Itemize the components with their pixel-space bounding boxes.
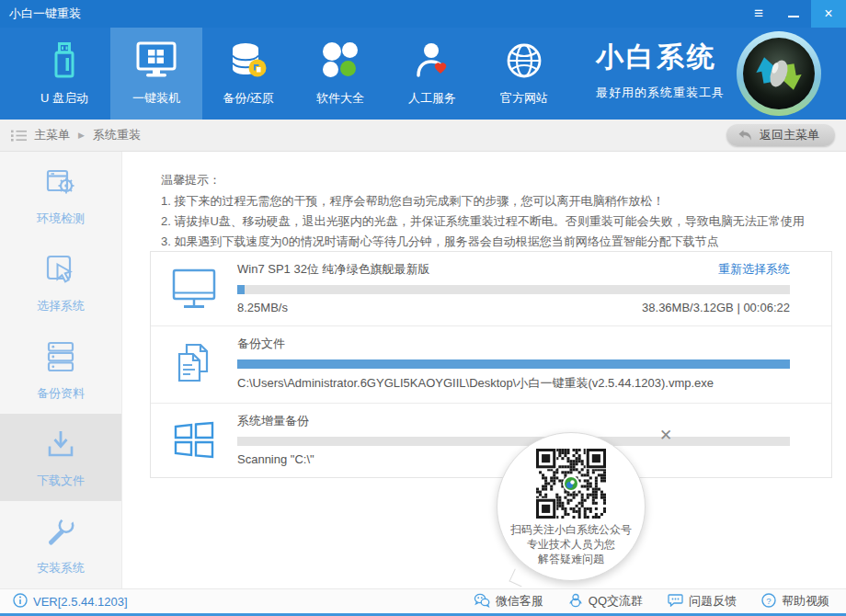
- brand-name: 小白系统: [596, 39, 725, 76]
- qr-text-line-3: 解答疑难问题: [510, 552, 632, 566]
- menu-icon[interactable]: ≡: [741, 0, 776, 28]
- back-to-main-menu-button[interactable]: 返回主菜单: [726, 124, 835, 146]
- breadcrumb-current: 系统重装: [93, 127, 141, 143]
- back-button-label: 返回主菜单: [760, 127, 819, 143]
- footer-link-label: 微信客服: [496, 593, 543, 610]
- qr-code-image: [536, 449, 606, 519]
- version-info: VER[2.5.44.1203]: [13, 593, 128, 610]
- footer-link-label: 帮助视频: [782, 593, 829, 610]
- tips-block: 温馨提示： 1. 接下来的过程无需您的干预，程序会帮助您自动完成剩下的步骤，您可…: [122, 152, 846, 252]
- documents-icon: [151, 326, 237, 403]
- info-icon: [13, 593, 28, 610]
- nav-item-label: 一键装机: [132, 90, 180, 107]
- wechat-support-link[interactable]: 微信客服: [474, 593, 543, 610]
- feedback-link[interactable]: 问题反馈: [668, 593, 737, 610]
- main-content: 温馨提示： 1. 接下来的过程无需您的干预，程序会帮助您自动完成剩下的步骤，您可…: [122, 152, 846, 588]
- incremental-title: 系统增量备份: [237, 413, 309, 429]
- window-controls: ≡ ×: [741, 0, 846, 28]
- incremental-backup-section: 系统增量备份 Scanning "C:\": [151, 404, 831, 477]
- nav-item-label: 软件大全: [316, 90, 364, 107]
- back-arrow-icon: [737, 129, 753, 143]
- tip-line-3: 3. 如果遇到下载速度为0的情况时请耐心等待几分钟，服务器会自动根据您当前网络位…: [161, 232, 828, 252]
- list-icon: [11, 130, 27, 142]
- sidebar-item-download-files[interactable]: 下载文件: [0, 414, 121, 501]
- tips-title: 温馨提示：: [161, 170, 828, 190]
- footer-links: 微信客服 QQ交流群 问题反馈 ? 帮助视频: [474, 593, 829, 610]
- download-progress-bar: [237, 285, 790, 294]
- download-progress-text: 38.36MB/3.12GB | 00:06:22: [642, 301, 790, 314]
- windows-logo-icon: [151, 404, 237, 477]
- sidebar-item-backup-data[interactable]: 备份资料: [0, 326, 121, 414]
- usb-icon: [46, 40, 83, 84]
- backup-file-path: C:\Users\Administrator.6GYGLI5KAOYGIIL\D…: [237, 375, 790, 392]
- database-icon: [227, 40, 269, 84]
- wrench-icon: [43, 514, 78, 552]
- download-title: Win7 SP1 32位 纯净绿色旗舰最新版: [237, 261, 430, 278]
- nav-item-usb-boot[interactable]: U 盘启动: [18, 28, 110, 120]
- person-heart-icon: [412, 40, 452, 84]
- sidebar-item-label: 备份资料: [37, 385, 85, 402]
- sidebar-item-label: 安装系统: [37, 560, 85, 576]
- qr-popup-bubble: 扫码关注小白系统公众号 专业技术人员为您 解答疑难问题: [497, 432, 646, 581]
- window-title: 小白一键重装: [9, 6, 81, 22]
- backup-progress-bar: [237, 359, 790, 369]
- monitor-outline-icon: [151, 252, 237, 325]
- sidebar-item-install-system[interactable]: 安装系统: [0, 501, 121, 588]
- download-speed: 8.25MB/s: [237, 301, 288, 314]
- qr-text-line-2: 专业技术人员为您: [510, 537, 632, 552]
- close-icon[interactable]: ×: [811, 0, 846, 28]
- nav-item-label: 人工服务: [408, 90, 456, 107]
- minimize-icon[interactable]: [776, 0, 811, 28]
- download-section: Win7 SP1 32位 纯净绿色旗舰最新版 重新选择系统 8.25MB/s 3…: [151, 252, 831, 326]
- backup-section: 备份文件 C:\Users\Administrator.6GYGLI5KAOYG…: [151, 326, 831, 404]
- footer-link-label: 问题反馈: [689, 593, 737, 610]
- tip-line-1: 1. 接下来的过程无需您的干预，程序会帮助您自动完成剩下的步骤，您可以离开电脑稍…: [161, 191, 828, 211]
- reselect-system-link[interactable]: 重新选择系统: [718, 261, 790, 278]
- sidebar-item-label: 选择系统: [37, 298, 85, 314]
- sidebar-item-env-detect[interactable]: 环境检测: [0, 152, 121, 239]
- sidebar-item-label: 环境检测: [37, 211, 85, 227]
- help-video-link[interactable]: ? 帮助视频: [761, 593, 829, 610]
- breadcrumb-arrow-icon: ▶: [78, 131, 85, 140]
- sidebar-item-label: 下载文件: [37, 473, 85, 489]
- brand-logo-icon: [735, 29, 823, 121]
- breadcrumb-bar: 主菜单 ▶ 系统重装 返回主菜单: [0, 120, 846, 152]
- nav-item-label: U 盘启动: [40, 90, 88, 107]
- nav-item-one-key-install[interactable]: 一键装机: [110, 28, 202, 120]
- select-system-icon: [43, 252, 78, 290]
- qr-text-line-1: 扫码关注小白系统公众号: [510, 522, 632, 537]
- help-icon: ?: [761, 593, 776, 610]
- breadcrumb-root[interactable]: 主菜单: [34, 127, 70, 143]
- monitor-icon: [135, 40, 177, 84]
- qr-popup: ✕ 扫码关注小白系统公众号 专业技术人员为您 解答疑难问题: [497, 428, 690, 602]
- qq-icon: [568, 593, 583, 610]
- progress-panel: Win7 SP1 32位 纯净绿色旗舰最新版 重新选择系统 8.25MB/s 3…: [150, 251, 832, 478]
- brand-block: 小白系统 最好用的系统重装工具: [596, 39, 725, 101]
- nav-item-label: 官方网站: [500, 90, 548, 107]
- globe-icon: [504, 40, 544, 84]
- qr-close-icon[interactable]: ✕: [659, 428, 672, 443]
- footer-link-label: QQ交流群: [589, 593, 643, 610]
- svg-text:?: ?: [766, 595, 771, 605]
- tip-line-2: 2. 请拔掉U盘、移动硬盘，退出光驱内的光盘，并保证系统重装过程不断电。否则重装…: [161, 211, 828, 232]
- clover-icon: [320, 40, 360, 84]
- download-progress-fill: [237, 285, 245, 294]
- nav-item-backup-restore[interactable]: 备份/还原: [202, 28, 294, 120]
- nav-item-official-site[interactable]: 官方网站: [478, 28, 570, 120]
- sidebar-item-select-system[interactable]: 选择系统: [0, 239, 121, 326]
- nav-item-human-service[interactable]: 人工服务: [386, 28, 478, 120]
- qr-popup-tail: [509, 569, 528, 587]
- version-text: VER[2.5.44.1203]: [33, 595, 128, 609]
- nav-item-label: 备份/还原: [223, 90, 274, 107]
- download-icon: [43, 427, 78, 464]
- nav-item-software[interactable]: 软件大全: [294, 28, 386, 120]
- brand-slogan: 最好用的系统重装工具: [596, 85, 725, 101]
- backup-progress-fill: [237, 359, 790, 369]
- top-nav: U 盘启动 一键装机 备份/还原 软件大全 人工服务: [0, 28, 846, 120]
- feedback-icon: [668, 593, 683, 610]
- app-window: 小白一键重装 ≡ × U 盘启动 一键装机 备份/还原: [0, 0, 846, 616]
- status-bar: VER[2.5.44.1203] 微信客服 QQ交流群 问题反馈: [0, 588, 846, 616]
- backup-title: 备份文件: [237, 336, 285, 352]
- backup-data-icon: [43, 339, 78, 377]
- qq-group-link[interactable]: QQ交流群: [568, 593, 643, 610]
